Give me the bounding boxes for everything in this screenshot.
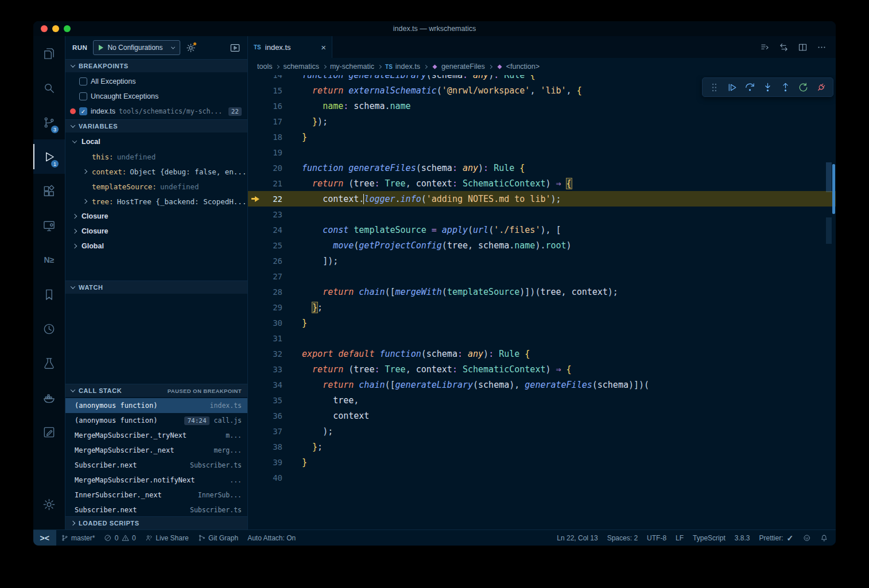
- breakpoint-item[interactable]: Uncaught Exceptions: [65, 89, 247, 104]
- code-line-30[interactable]: 30}: [248, 315, 836, 330]
- status-encoding[interactable]: UTF-8: [642, 530, 671, 546]
- variables-header[interactable]: VARIABLES: [65, 119, 247, 133]
- activity-settings[interactable]: [33, 487, 65, 521]
- status-eol[interactable]: LF: [671, 530, 688, 546]
- callstack-frame[interactable]: Subscriber.nextSubscriber.ts: [65, 503, 247, 516]
- code-line-37[interactable]: 37 );: [248, 423, 836, 439]
- activity-project-manager[interactable]: [33, 415, 65, 449]
- breadcrumb-item[interactable]: my-schematic: [330, 63, 374, 71]
- variable-scope[interactable]: Closure: [65, 209, 247, 224]
- code-line-20[interactable]: 20function generateFiles(schema: any): R…: [248, 160, 836, 176]
- activity-bookmarks[interactable]: [33, 277, 65, 311]
- variable-scope[interactable]: Local: [65, 134, 247, 149]
- code-line-22[interactable]: 22 context.logger.info('adding NOTES.md …: [248, 191, 836, 207]
- debug-step-over[interactable]: [741, 79, 759, 96]
- code-line-21[interactable]: 21 return (tree: Tree, context: Schemati…: [248, 176, 836, 191]
- status-problems[interactable]: 00: [99, 530, 140, 546]
- code-line-36[interactable]: 36 context: [248, 408, 836, 423]
- activity-nx-console[interactable]: N≥: [33, 243, 65, 277]
- code-line-26[interactable]: 26 ]);: [248, 253, 836, 268]
- status-ts-version[interactable]: 3.8.3: [730, 530, 755, 546]
- breadcrumb-item[interactable]: TSindex.ts: [385, 63, 420, 71]
- code-line-35[interactable]: 35 tree,: [248, 392, 836, 408]
- code-line-16[interactable]: 16 name: schema.name: [248, 98, 836, 114]
- status-git-branch[interactable]: master*: [56, 530, 100, 546]
- breadcrumb-item[interactable]: <function>: [496, 63, 540, 71]
- code-line-17[interactable]: 17 });: [248, 114, 836, 129]
- activity-explorer[interactable]: [33, 36, 65, 71]
- callstack-frame[interactable]: MergeMapSubscriber._tryNextm...: [65, 428, 247, 443]
- breadcrumb-item[interactable]: schematics: [283, 63, 319, 71]
- callstack-frame[interactable]: MergeMapSubscriber._nextmerg...: [65, 443, 247, 458]
- debug-disconnect[interactable]: [812, 79, 830, 96]
- watch-header[interactable]: WATCH: [65, 281, 247, 294]
- variable-item[interactable]: templateSource:undefined: [65, 179, 247, 194]
- code-line-31[interactable]: 31: [248, 330, 836, 346]
- breadcrumb-item[interactable]: tools: [257, 63, 272, 71]
- code-scroll[interactable]: 14function generateLibrary(schema: any):…: [248, 75, 836, 529]
- status-feedback[interactable]: [798, 530, 816, 546]
- activity-docker[interactable]: [33, 380, 65, 415]
- code-line-18[interactable]: 18}: [248, 129, 836, 145]
- status-indentation[interactable]: Spaces: 2: [603, 530, 642, 546]
- code-line-24[interactable]: 24 const templateSource = apply(url('./f…: [248, 222, 836, 237]
- status-live-share[interactable]: Live Share: [141, 530, 193, 546]
- code-line-27[interactable]: 27: [248, 268, 836, 284]
- status-prettier[interactable]: Prettier:✓: [754, 530, 798, 546]
- compare-icon[interactable]: [760, 42, 770, 52]
- callstack-frame[interactable]: MergeMapSubscriber.notifyNext...: [65, 473, 247, 488]
- minimap[interactable]: [825, 75, 836, 529]
- minimize-window-button[interactable]: [52, 25, 59, 32]
- callstack-header[interactable]: CALL STACK PAUSED ON BREAKPOINT: [65, 384, 247, 397]
- code-line-40[interactable]: 40: [248, 470, 836, 485]
- debug-continue[interactable]: [723, 79, 741, 96]
- code-line-29[interactable]: 29 };: [248, 299, 836, 315]
- more-icon[interactable]: [817, 42, 827, 52]
- variable-item[interactable]: context:Object {debug: false, en...: [65, 164, 247, 179]
- callstack-frame[interactable]: (anonymous function)index.ts: [65, 398, 247, 413]
- loaded-scripts-header[interactable]: LOADED SCRIPTS: [65, 516, 247, 529]
- debug-step-into[interactable]: [759, 79, 777, 96]
- variable-scope[interactable]: Global: [65, 239, 247, 254]
- code-line-19[interactable]: 19: [248, 145, 836, 160]
- code-line-25[interactable]: 25 move(getProjectConfig(tree, schema.na…: [248, 237, 836, 253]
- code-line-34[interactable]: 34 return chain([generateLibrary(schema)…: [248, 377, 836, 392]
- code-line-28[interactable]: 28 return chain([mergeWith(templateSourc…: [248, 284, 836, 299]
- variable-item[interactable]: this:undefined: [65, 149, 247, 164]
- code-line-38[interactable]: 38 };: [248, 439, 836, 454]
- breakpoint-checkbox[interactable]: [79, 107, 87, 115]
- status-remote-indicator[interactable]: ><: [33, 530, 56, 546]
- activity-remote-explorer[interactable]: [33, 208, 65, 243]
- zoom-window-button[interactable]: [64, 25, 71, 32]
- activity-source-control[interactable]: 3: [33, 105, 65, 139]
- debug-drag-handle[interactable]: [705, 79, 723, 96]
- debug-restart[interactable]: [794, 79, 812, 96]
- breakpoint-item[interactable]: index.tstools/schematics/my-sch...22: [65, 104, 247, 119]
- activity-extensions[interactable]: [33, 174, 65, 208]
- code-line-39[interactable]: 39}: [248, 454, 836, 470]
- debug-config-dropdown[interactable]: No Configurations: [93, 40, 180, 55]
- callstack-frame[interactable]: (anonymous function)74:24call.js: [65, 413, 247, 428]
- breakpoint-checkbox[interactable]: [79, 77, 87, 85]
- breakpoint-item[interactable]: All Exceptions: [65, 74, 247, 89]
- breadcrumb-item[interactable]: generateFiles: [431, 63, 485, 71]
- callstack-frame[interactable]: Subscriber.nextSubscriber.ts: [65, 458, 247, 473]
- activity-search[interactable]: [33, 71, 65, 105]
- breakpoint-checkbox[interactable]: [79, 92, 87, 100]
- variable-scope[interactable]: Closure: [65, 224, 247, 239]
- status-language-mode[interactable]: TypeScript: [688, 530, 730, 546]
- status-cursor-position[interactable]: Ln 22, Col 13: [552, 530, 602, 546]
- open-changes-icon[interactable]: [779, 42, 789, 52]
- debug-step-out[interactable]: [777, 79, 794, 96]
- activity-test-explorer[interactable]: [33, 346, 65, 380]
- status-git-graph[interactable]: Git Graph: [193, 530, 243, 546]
- status-auto-attach[interactable]: Auto Attach: On: [243, 530, 300, 546]
- open-run-panel-icon[interactable]: [230, 42, 240, 53]
- activity-history[interactable]: [33, 311, 65, 346]
- code-line-32[interactable]: 32export default function(schema: any): …: [248, 346, 836, 361]
- tab-index-ts[interactable]: TS index.ts ×: [248, 36, 332, 58]
- breakpoints-header[interactable]: BREAKPOINTS: [65, 59, 247, 72]
- close-window-button[interactable]: [41, 25, 48, 32]
- activity-run-debug[interactable]: 1: [33, 139, 65, 174]
- variable-item[interactable]: tree:HostTree {_backend: ScopedH...: [65, 194, 247, 209]
